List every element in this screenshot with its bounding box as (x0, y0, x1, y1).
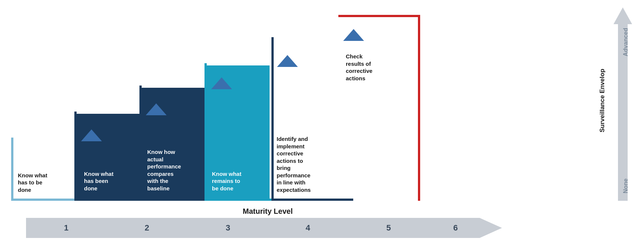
axis-num-5: 5 (386, 223, 391, 232)
advanced-label: Advanced (622, 28, 629, 56)
diagram-container: Know what has to be done Know what has b… (4, 7, 636, 242)
triangle-1 (81, 129, 102, 141)
axis-title: Maturity Level (11, 207, 524, 216)
triangle-5 (343, 29, 364, 41)
none-label: None (622, 178, 629, 193)
step-5-label: Identify and implement corrective action… (277, 135, 345, 193)
axis-num-2: 2 (145, 223, 149, 232)
surveillance-label: Surveillance Envelop (599, 22, 606, 178)
axis-area: Maturity Level 1 2 3 4 5 6 (11, 207, 524, 238)
step-3-label: Know how actual performance compares wit… (145, 147, 201, 193)
axis-num-1: 1 (64, 223, 68, 232)
step-1-label: Know what has to be done (18, 172, 47, 194)
axis-num-4: 4 (306, 223, 310, 232)
step-6-label: Check results of corrective actions (346, 53, 416, 82)
svg-marker-0 (26, 218, 502, 238)
step-6 (338, 15, 420, 201)
triangle-2 (146, 103, 167, 115)
steps-area: Know what has to be done Know what has b… (11, 7, 524, 201)
triangle-3 (211, 77, 232, 89)
axis-num-6: 6 (453, 223, 458, 232)
axis-arrow: 1 2 3 4 5 6 (26, 218, 509, 238)
step-4-label: Know what remains to be done (210, 169, 265, 194)
triangle-4 (277, 55, 298, 67)
right-side: Surveillance Envelop None Advanced (595, 7, 632, 216)
axis-num-3: 3 (226, 223, 230, 232)
axis-bar-container: 1 2 3 4 5 6 (26, 218, 509, 238)
step-2-label: Know what has been done (82, 169, 134, 194)
